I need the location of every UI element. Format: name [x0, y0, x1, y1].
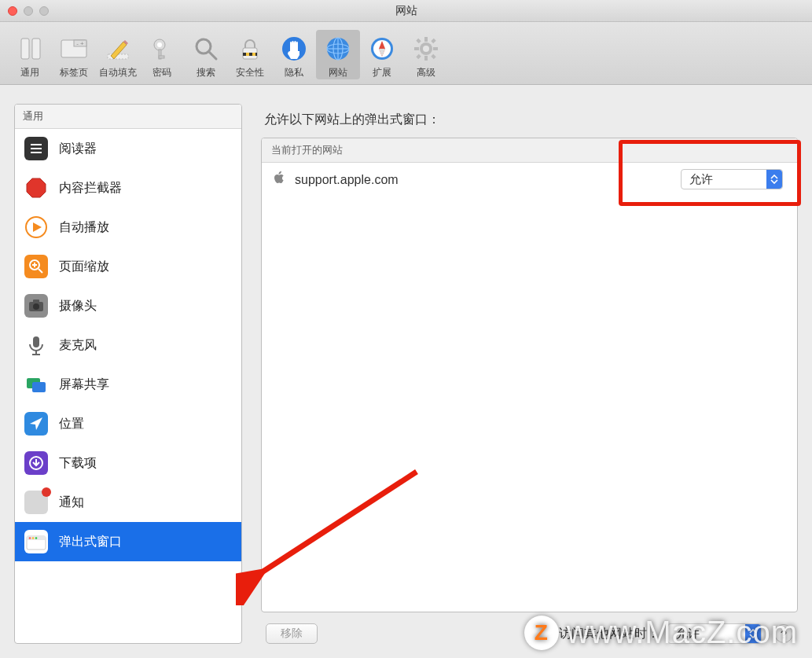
- stop-icon: [24, 176, 48, 200]
- sidebar-item-reader[interactable]: 阅读器: [15, 129, 241, 168]
- toolbar-tab-tabs[interactable]: - + 标签页: [52, 30, 96, 79]
- svg-point-47: [33, 303, 39, 310]
- toolbar-tab-passwords[interactable]: 密码: [140, 30, 184, 79]
- svg-rect-48: [33, 300, 39, 303]
- sidebar-item-label: 弹出式窗口: [59, 534, 122, 550]
- window-title: 网站: [395, 4, 417, 18]
- dropdown-value: 允许: [689, 172, 713, 187]
- svg-rect-37: [31, 148, 42, 149]
- sidebar-header: 通用: [15, 105, 241, 129]
- svg-rect-32: [431, 39, 435, 43]
- microphone-icon: [24, 333, 48, 357]
- sidebar-item-location[interactable]: 位置: [15, 404, 241, 443]
- table-row[interactable]: support.apple.com 允许: [262, 163, 797, 197]
- sidebar-item-screen-sharing[interactable]: 屏幕共享: [15, 365, 241, 404]
- tabs-icon: - +: [60, 35, 88, 63]
- svg-rect-31: [416, 39, 421, 43]
- toolbar-tab-autofill[interactable]: 自动填充: [96, 30, 140, 79]
- key-icon: [148, 35, 176, 63]
- compass-icon: [368, 35, 396, 63]
- svg-line-11: [209, 52, 216, 59]
- sidebar-item-page-zoom[interactable]: 页面缩放: [15, 247, 241, 286]
- svg-rect-0: [21, 39, 29, 59]
- screens-icon: [24, 373, 48, 396]
- footer-permission-dropdown[interactable]: 允许: [667, 623, 762, 644]
- toolbar-tab-websites[interactable]: 网站: [316, 30, 360, 79]
- site-permission-dropdown[interactable]: 允许: [681, 169, 783, 189]
- svg-rect-30: [433, 47, 438, 50]
- svg-text:- +: - +: [76, 40, 84, 47]
- toolbar-tab-label: 安全性: [236, 66, 264, 79]
- main-heading: 允许以下网站上的弹出式窗口：: [264, 112, 798, 128]
- sidebar-item-label: 屏幕共享: [59, 377, 109, 393]
- sidebar: 通用 阅读器 内容拦截器 自动播放: [14, 104, 242, 644]
- sidebar-item-downloads[interactable]: 下载项: [15, 443, 241, 483]
- sidebar-item-content-blockers[interactable]: 内容拦截器: [15, 168, 241, 208]
- svg-marker-39: [27, 178, 46, 197]
- sidebar-item-label: 通知: [59, 494, 84, 511]
- footer-controls: 访问其他网站时： 允许 ?: [559, 623, 793, 644]
- camera-icon: [24, 294, 48, 318]
- sidebar-item-label: 麦克风: [59, 337, 97, 354]
- notification-icon: [24, 491, 48, 514]
- globe-icon: [324, 35, 352, 63]
- site-domain: support.apple.com: [295, 173, 399, 187]
- maximize-button[interactable]: [39, 6, 49, 16]
- toolbar-tab-label: 密码: [152, 66, 171, 79]
- titlebar: 网站: [0, 0, 812, 22]
- svg-rect-9: [159, 56, 164, 58]
- toolbar-tab-label: 扩展: [373, 66, 391, 79]
- sidebar-item-label: 下载项: [59, 455, 97, 472]
- svg-rect-38: [31, 152, 42, 153]
- location-icon: [24, 412, 48, 436]
- toolbar-tab-advanced[interactable]: 高级: [404, 30, 448, 79]
- sidebar-item-notifications[interactable]: 通知: [15, 483, 241, 522]
- hand-icon: [280, 35, 308, 63]
- apple-icon: [273, 171, 285, 189]
- svg-rect-1: [32, 39, 40, 59]
- toolbar-tab-general[interactable]: 通用: [8, 30, 52, 79]
- toolbar-tab-privacy[interactable]: 隐私: [272, 30, 316, 79]
- main-pane: 允许以下网站上的弹出式窗口： 当前打开的网站 support.apple.com…: [261, 104, 798, 644]
- toolbar-tab-label: 高级: [417, 66, 435, 79]
- toolbar-tab-label: 通用: [20, 66, 39, 79]
- body-area: 通用 阅读器 内容拦截器 自动播放: [0, 85, 812, 658]
- toolbar-tab-search[interactable]: 搜索: [184, 30, 228, 79]
- toolbar-tab-extensions[interactable]: 扩展: [360, 30, 404, 79]
- remove-button[interactable]: 移除: [266, 623, 318, 644]
- table-header: 当前打开的网站: [262, 138, 797, 163]
- toolbar-tab-label: 自动填充: [99, 66, 137, 79]
- sidebar-item-autoplay[interactable]: 自动播放: [15, 208, 241, 247]
- help-button[interactable]: ?: [774, 624, 793, 643]
- close-button[interactable]: [8, 6, 17, 16]
- sidebar-item-label: 位置: [59, 416, 84, 432]
- svg-point-59: [35, 537, 38, 539]
- dropdown-value: 允许: [676, 627, 700, 641]
- svg-rect-53: [32, 382, 46, 392]
- svg-point-57: [29, 537, 31, 539]
- svg-rect-36: [31, 144, 42, 145]
- minimize-button[interactable]: [24, 6, 33, 16]
- play-icon: [24, 215, 48, 239]
- toolbar-tab-security[interactable]: 安全性: [228, 30, 272, 79]
- sidebar-item-popup-windows[interactable]: 弹出式窗口: [15, 522, 241, 561]
- svg-point-7: [157, 42, 162, 47]
- zoom-icon: [24, 255, 48, 278]
- svg-rect-27: [424, 37, 428, 42]
- svg-line-43: [39, 269, 42, 273]
- svg-rect-29: [414, 47, 419, 50]
- sidebar-item-camera[interactable]: 摄像头: [15, 286, 241, 325]
- svg-point-58: [32, 537, 35, 539]
- toolbar-tab-label: 标签页: [60, 66, 88, 79]
- sidebar-item-microphone[interactable]: 麦克风: [15, 325, 241, 365]
- sidebar-item-label: 阅读器: [59, 141, 97, 157]
- chevron-updown-icon: [745, 624, 761, 643]
- sidebar-list: 阅读器 内容拦截器 自动播放 页面缩放: [15, 129, 241, 643]
- search-icon: [192, 35, 220, 63]
- toolbar-tab-label: 网站: [329, 66, 347, 79]
- svg-rect-15: [243, 53, 246, 56]
- switch-icon: [16, 35, 44, 63]
- chevron-updown-icon: [766, 170, 782, 189]
- sidebar-item-label: 内容拦截器: [59, 180, 122, 197]
- toolbar-tab-label: 隐私: [285, 66, 303, 79]
